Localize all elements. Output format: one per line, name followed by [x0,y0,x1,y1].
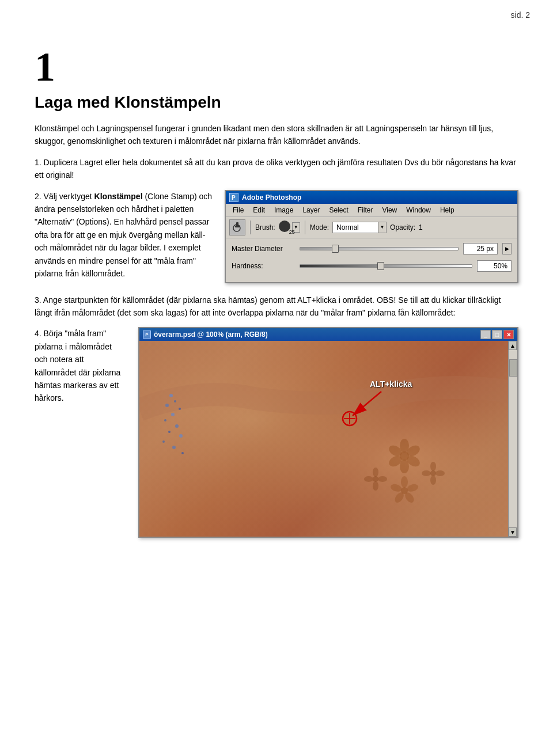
hardness-row: Hardness: 50% [232,260,512,272]
ps-title-icon: P [229,193,238,202]
master-diameter-label: Master Diameter [232,245,295,253]
svg-text:ALT+klicka: ALT+klicka [370,379,412,389]
arm-close-btn[interactable]: ✕ [503,330,514,339]
svg-point-18 [181,452,184,454]
brush-label: Brush: [255,223,275,231]
svg-point-12 [164,419,166,421]
menu-help[interactable]: Help [435,205,459,215]
svg-point-11 [171,413,175,416]
opacity-value: 1 [419,223,423,231]
scroll-up-btn[interactable]: ▲ [509,341,517,350]
arm-image-background: ALT+klicka [139,341,517,537]
master-diameter-slider-container [300,247,459,250]
step4-text-col: 4. Börja "måla fram" pixlarna i målområd… [35,327,127,404]
page-number: sid. 2 [511,10,530,20]
svg-rect-3 [236,222,238,226]
arm-photoshop-window: P överarm.psd @ 100% (arm, RGB/8) _ □ ✕ [138,327,518,538]
svg-point-14 [168,431,171,433]
chapter-number: 1 [35,46,518,88]
ps-title-bar: P Adobe Photoshop [226,191,517,204]
mode-dropdown[interactable]: Normal ▼ [332,222,387,233]
hardness-thumb[interactable] [377,262,384,270]
arm-maximize-btn[interactable]: □ [492,330,502,339]
svg-point-17 [172,446,176,449]
svg-point-34 [430,476,436,485]
ps-menubar: File Edit Image Layer Select Filter View… [226,204,517,217]
step3-text: 3. Ange startpunkten för källområdet (dä… [35,294,518,320]
step2-bold-word: Klonstämpel [94,192,143,201]
master-diameter-track[interactable] [300,247,459,250]
svg-point-29 [373,481,378,491]
svg-point-27 [373,468,378,477]
svg-point-9 [165,404,169,407]
svg-point-33 [435,470,445,476]
ps-options-toolbar: Brush: 25 ▼ Mode: Normal ▼ [226,217,517,238]
menu-file[interactable]: File [228,205,248,215]
arm-title-icon: P [143,330,151,339]
master-diameter-arrow-btn[interactable]: ▶ [502,243,512,254]
toolbar-separator [250,221,251,234]
mode-label: Mode: [310,223,329,231]
svg-point-16 [162,440,165,443]
brush-size-number: 25 [289,229,295,235]
scroll-down-btn[interactable]: ▼ [509,527,517,537]
opacity-label: Opacity: [390,223,415,231]
arm-title-left: P överarm.psd @ 100% (arm, RGB/8) [143,330,268,339]
svg-text:P: P [232,195,236,201]
hardness-slider-container [300,264,472,268]
svg-point-37 [401,476,408,488]
mode-value: Normal [332,222,378,233]
svg-point-15 [179,434,183,438]
clone-stamp-tool-icon [229,219,245,235]
master-diameter-thumb[interactable] [332,245,339,253]
ps-title-text: Adobe Photoshop [242,193,301,202]
menu-layer[interactable]: Layer [298,205,324,215]
step2-text-after-bold: (Clone Stamp) och ändra penselstorleken … [35,192,212,278]
svg-point-7 [169,394,173,397]
hardness-label: Hardness: [232,262,295,270]
svg-point-26 [373,476,378,482]
step2-screenshot-col: P Adobe Photoshop File Edit Image Layer … [225,190,518,283]
step4-content: Börja "måla fram" pixlarna i målområdet … [35,329,120,402]
svg-point-35 [422,470,431,476]
menu-filter[interactable]: Filter [353,205,378,215]
step3-content: Ange startpunkten för källområdet (där p… [35,295,501,317]
menu-view[interactable]: View [377,205,402,215]
svg-rect-6 [139,341,517,537]
step4-number: 4. [35,329,41,338]
step1-content: Duplicera Lagret eller hela dokumentet s… [35,158,516,180]
toolbar-separator2 [305,221,305,234]
brush-picker[interactable]: 25 ▼ [279,221,300,234]
svg-point-8 [174,400,176,402]
brush-preview-container: 25 [279,221,290,234]
arm-image-content: ALT+klicka [139,341,517,537]
mode-dropdown-arrow[interactable]: ▼ [378,222,387,233]
arm-title-text: överarm.psd @ 100% (arm, RGB/8) [154,330,268,339]
hardness-track[interactable] [300,264,472,268]
svg-point-10 [179,408,181,410]
hardness-input[interactable]: 50% [477,260,512,272]
step2-text-before-bold: Välj verktyget [44,192,94,201]
step1-text: 1. Duplicera Lagret eller hela dokumente… [35,156,518,182]
step4-section: 4. Börja "måla fram" pixlarna i målområd… [35,327,518,538]
chapter-title: Laga med Klonstämpeln [35,93,518,112]
intro-paragraph: Klonstämpel och Lagningspensel fungerar … [35,122,518,148]
svg-rect-4 [235,226,240,227]
arm-minimize-btn[interactable]: _ [480,330,491,339]
arm-title-bar: P överarm.psd @ 100% (arm, RGB/8) _ □ ✕ [139,328,517,341]
master-diameter-input[interactable]: 25 px [463,243,498,254]
scroll-thumb[interactable] [509,359,517,377]
photoshop-window: P Adobe Photoshop File Edit Image Layer … [225,190,518,283]
svg-point-31 [430,470,436,476]
svg-point-32 [430,462,436,471]
arm-scrollbar[interactable]: ▲ ▼ [508,341,517,537]
menu-window[interactable]: Window [402,205,435,215]
menu-edit[interactable]: Edit [248,205,270,215]
svg-point-13 [175,424,179,428]
svg-point-30 [364,476,373,482]
arm-window-buttons: _ □ ✕ [480,330,514,339]
step3-number: 3. [35,295,41,305]
ps-brush-options-panel: Master Diameter 25 px ▶ Hardness: [226,238,517,282]
menu-select[interactable]: Select [324,205,353,215]
menu-image[interactable]: Image [270,205,298,215]
